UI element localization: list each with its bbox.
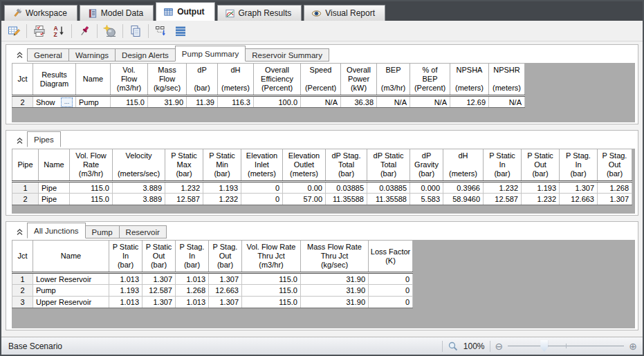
column-header-elevation: Elevation Inlet (meters) — [241, 149, 283, 182]
tab-graph-results[interactable]: Graph Results — [217, 5, 302, 21]
value-cell: 31.90 — [301, 273, 369, 285]
tab-reservoir-summary[interactable]: Reservoir Summary — [245, 48, 329, 62]
copy-button[interactable] — [127, 23, 145, 39]
column-header-mass-flow-rate: Mass Flow Rate Thru Jct (kg/sec) — [301, 241, 369, 273]
value-cell: 1.232 — [522, 194, 560, 205]
value-cell: 0.000 — [410, 182, 443, 194]
pin-button[interactable] — [75, 23, 93, 39]
junctions-table: JctNameP Static In (bar)P Static Out (ba… — [12, 240, 413, 308]
print-icon — [33, 24, 46, 38]
tab-warnings[interactable]: Warnings — [68, 48, 116, 62]
value-cell: 12.69 — [450, 96, 489, 108]
show-rows-button[interactable] — [172, 23, 190, 39]
grid-area-summary: JctResults DiagramNameVol. Flow (m3/hr)M… — [12, 63, 635, 122]
tab-general[interactable]: General — [27, 48, 69, 62]
column-header-dp: dP Gravity (bar) — [410, 149, 443, 182]
column-header--of: % of BEP (Percent) — [410, 64, 450, 96]
output-control-button[interactable] — [5, 23, 23, 39]
value-cell: 115.0 — [111, 96, 148, 108]
section-splitter[interactable] — [6, 124, 638, 130]
value-cell: Pipe — [39, 182, 70, 194]
tab-design-alerts[interactable]: Design Alerts — [115, 48, 176, 62]
zoom-out-button[interactable]: ⊖ — [495, 341, 504, 351]
zoom-in-button[interactable]: ⊕ — [629, 341, 637, 351]
section-junctions: All JunctionsPumpReservoirJctNameP Stati… — [6, 221, 638, 330]
section-splitter[interactable] — [6, 216, 638, 221]
column-header-pipe: Pipe — [12, 149, 39, 182]
table-row: 2Pump1.19312.5871.26812.663115.031.900 — [12, 285, 413, 297]
value-cell: 1.232 — [165, 182, 203, 194]
value-cell: 0.3966 — [443, 182, 484, 194]
value-cell: 0.03885 — [326, 182, 367, 194]
tab-all-junctions[interactable]: All Junctions — [27, 223, 86, 238]
tab-model-data[interactable]: Model Data — [80, 5, 154, 21]
zoom-slider[interactable] — [508, 346, 624, 346]
show-rows-icon — [174, 24, 187, 38]
column-header-dp-static: dP Static Total (bar) — [367, 149, 410, 182]
summary-table: JctResults DiagramNameVol. Flow (m3/hr)M… — [12, 63, 525, 108]
value-cell: 5.583 — [410, 194, 443, 205]
value-cell: 1.307 — [560, 182, 598, 194]
tab-pump[interactable]: Pump — [85, 225, 120, 238]
tab-visual-report[interactable]: Visual Report — [304, 5, 385, 21]
table-row: 2Show...Pump115.031.9011.39116.3100.0N/A… — [12, 96, 525, 108]
value-cell: N/A — [489, 96, 525, 108]
value-cell: 1.193 — [109, 285, 142, 297]
grid-area-junctions: JctNameP Static In (bar)P Static Out (ba… — [12, 240, 635, 328]
value-cell: 1.193 — [203, 182, 241, 194]
print-button[interactable] — [30, 23, 48, 39]
show-results-diagram-label[interactable]: Show — [36, 98, 55, 106]
value-cell: 1.013 — [176, 297, 209, 308]
results-diagram-ellipsis-button[interactable]: ... — [61, 97, 73, 107]
column-header-elevation: Elevation Outlet (meters) — [283, 149, 326, 182]
visual-report-icon — [311, 8, 322, 19]
format-wizard-button[interactable] — [101, 23, 119, 39]
pushpin-icon — [77, 24, 91, 38]
sort-button[interactable]: A Z — [50, 23, 68, 39]
tab-pump-summary[interactable]: Pump Summary — [175, 46, 246, 62]
status-separator — [442, 341, 443, 352]
value-cell: 31.90 — [301, 297, 369, 308]
value-cell: Upper Reservoir — [33, 297, 109, 308]
collapse-section-icon[interactable] — [12, 51, 27, 59]
column-header-mass: Mass Flow (kg/sec) — [148, 64, 187, 96]
value-cell: 3.889 — [113, 194, 165, 205]
collapse-section-icon[interactable] — [12, 137, 27, 144]
column-header-p-static: P Static Out (bar) — [522, 149, 560, 182]
zoom-slider-thumb[interactable] — [540, 340, 548, 352]
value-cell: 1.013 — [109, 273, 142, 285]
grid-area-pipes: PipeNameVol. Flow Rate (m3/hr)Velocity (… — [12, 149, 635, 214]
value-cell: 1.232 — [484, 182, 522, 194]
magnifier-icon — [448, 341, 459, 352]
tab-output[interactable]: Output — [156, 2, 214, 21]
pipes-table: PipeNameVol. Flow Rate (m3/hr)Velocity (… — [12, 149, 632, 205]
value-cell: 3.889 — [113, 182, 165, 194]
model-data-icon — [87, 8, 98, 19]
transfer-results-button[interactable] — [152, 23, 170, 39]
section-pipes: PipesPipeNameVol. Flow Rate (m3/hr)Veloc… — [6, 130, 638, 216]
column-header-vol-flow: Vol. Flow Rate (m3/hr) — [70, 149, 113, 182]
status-bar: Base Scenario 100% ⊖ ⊕ — [1, 337, 643, 355]
svg-text:Z: Z — [54, 30, 57, 37]
value-cell: 115.0 — [70, 194, 113, 205]
row-number-cell: 1 — [12, 182, 39, 194]
value-cell: Pump — [33, 285, 109, 297]
row-number-cell: 2 — [12, 194, 39, 205]
graph-results-icon — [225, 8, 235, 19]
tab-label: Model Data — [101, 8, 143, 18]
collapse-section-icon[interactable] — [12, 228, 27, 236]
tab-workspace[interactable]: Workspace — [4, 5, 77, 21]
tab-reservoir[interactable]: Reservoir — [119, 225, 167, 238]
value-cell: 0 — [241, 194, 283, 205]
tab-pipes[interactable]: Pipes — [27, 131, 61, 147]
scenario-label: Base Scenario — [8, 341, 62, 351]
value-cell: 0 — [369, 297, 413, 308]
sort-az-icon: A Z — [52, 24, 66, 38]
column-header-bep: BEP (m3/hr) — [377, 64, 410, 96]
row-number-cell: 2 — [12, 285, 33, 297]
column-header-jct: Jct — [12, 64, 33, 96]
value-cell: 0 — [369, 285, 413, 297]
value-cell: 116.3 — [218, 96, 254, 108]
value-cell: 115.0 — [70, 182, 113, 194]
column-header-dh: dH (meters) — [443, 149, 484, 182]
